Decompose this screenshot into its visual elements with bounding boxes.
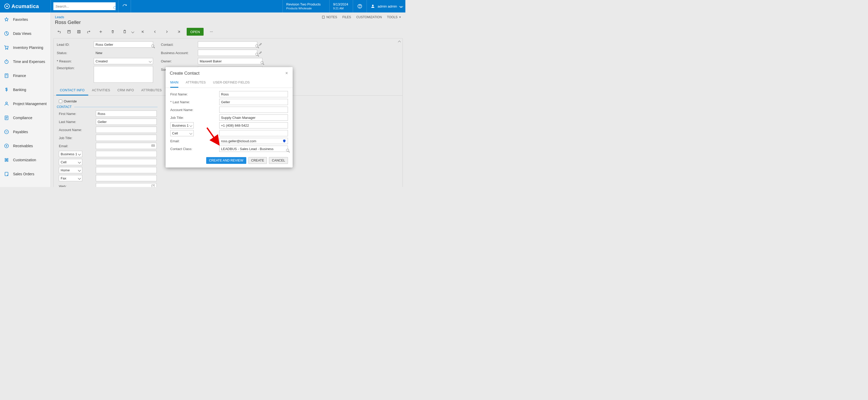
next-button[interactable]	[163, 28, 171, 36]
customization-link[interactable]: CUSTOMIZATION	[356, 15, 382, 19]
save-close-icon	[67, 30, 71, 34]
phone3-input[interactable]	[96, 167, 157, 173]
redo-icon	[87, 30, 91, 34]
sidebar-item-project[interactable]: Project Management	[0, 97, 51, 111]
business-account-input[interactable]	[198, 50, 257, 56]
breadcrumb[interactable]: Leads	[55, 15, 64, 19]
svg-point-10	[6, 102, 7, 104]
last-button[interactable]	[175, 28, 183, 36]
chevron-down-icon	[78, 176, 81, 179]
tab-crm-info[interactable]: CRM INFO	[114, 86, 137, 95]
edit-account-button[interactable]	[259, 51, 262, 55]
job-title-input[interactable]	[96, 135, 157, 141]
modal-phone2-type-select[interactable]: Cell	[170, 130, 194, 136]
cancel-button[interactable]: CANCEL	[269, 157, 288, 164]
search-input[interactable]	[53, 2, 116, 10]
phone1-input[interactable]	[96, 151, 157, 157]
phone2-input[interactable]	[96, 159, 157, 165]
back-button[interactable]	[55, 28, 63, 36]
lead-id-input[interactable]: Ross Geller	[94, 41, 153, 47]
tools-link[interactable]: TOOLS ▼	[387, 15, 401, 19]
prev-button[interactable]	[151, 28, 159, 36]
modal-phone1-type-select[interactable]: Business 1	[170, 122, 194, 129]
account-name-input[interactable]	[96, 127, 157, 133]
modal-job-title-input[interactable]: Supply Chain Manager	[219, 114, 288, 121]
sidebar-item-favorites[interactable]: Favorites	[0, 12, 51, 27]
contact-input[interactable]	[198, 41, 257, 47]
modal-close-button[interactable]	[285, 71, 288, 76]
reason-select[interactable]: Created	[94, 58, 153, 64]
save-close-button[interactable]	[65, 28, 73, 36]
first-name-input[interactable]: Ross	[96, 110, 157, 117]
notes-link[interactable]: NOTES	[321, 15, 337, 19]
web-input[interactable]	[96, 183, 157, 187]
tab-attributes[interactable]: ATTRIBUTES	[137, 86, 165, 95]
modal-tab-main[interactable]: MAIN	[170, 78, 178, 88]
sidebar-item-compliance[interactable]: Compliance	[0, 111, 51, 125]
sidebar-item-receivables[interactable]: Receivables	[0, 139, 51, 153]
phone1-type-select[interactable]: Business 1	[59, 151, 82, 157]
sidebar-item-finance[interactable]: Finance	[0, 69, 51, 83]
modal-tab-attributes[interactable]: ATTRIBUTES	[186, 78, 206, 88]
phone2-type-select[interactable]: Cell	[59, 159, 82, 165]
modal-email-input[interactable]: ross.geller@icloud.com	[219, 138, 288, 144]
tab-activities[interactable]: ACTIVITIES	[88, 86, 114, 95]
phone4-input[interactable]	[96, 175, 157, 181]
modal-last-name-input[interactable]: Geller	[219, 99, 288, 105]
delete-button[interactable]	[108, 28, 117, 36]
description-input[interactable]	[94, 66, 153, 83]
copy-button[interactable]	[121, 28, 129, 36]
modal-first-name-label: First Name:	[170, 92, 219, 96]
sidebar-item-customization[interactable]: Customization	[0, 153, 51, 167]
refresh-button[interactable]	[119, 0, 131, 12]
copy-dropdown[interactable]	[130, 28, 135, 36]
clipboard-icon	[123, 30, 127, 34]
email-input[interactable]	[96, 143, 157, 149]
help-button[interactable]	[353, 0, 367, 12]
datetime-display[interactable]: 9/13/2024 9:21 AM	[329, 0, 353, 12]
phone4-type-select[interactable]: Fax	[59, 175, 82, 181]
modal-account-name-input[interactable]	[219, 107, 288, 113]
first-button[interactable]	[139, 28, 147, 36]
modal-title: Create Contact	[170, 71, 199, 76]
create-and-review-button[interactable]: CREATE AND REVIEW	[206, 157, 246, 164]
svg-rect-17	[78, 30, 81, 33]
logo[interactable]: Acumatica	[0, 0, 51, 12]
last-name-input[interactable]: Geller	[96, 119, 157, 125]
modal-first-name-input[interactable]: Ross	[219, 91, 288, 97]
user-menu[interactable]: admin admin	[367, 0, 405, 12]
files-link[interactable]: FILES	[342, 15, 351, 19]
create-button[interactable]: CREATE	[248, 157, 267, 164]
sidebar-item-sales-orders[interactable]: Sales Orders	[0, 167, 51, 181]
edit-contact-button[interactable]	[259, 42, 262, 47]
modal-phone1-input[interactable]: +1 (408) 848-5422	[219, 122, 288, 129]
open-button[interactable]: OPEN	[187, 28, 204, 36]
shield-icon	[282, 139, 286, 143]
chevron-down-icon	[189, 124, 192, 127]
collapse-button[interactable]	[398, 40, 400, 44]
discard-button[interactable]	[85, 28, 93, 36]
stopwatch-icon	[4, 59, 9, 65]
sidebar-item-time[interactable]: Time and Expenses	[0, 55, 51, 69]
chevron-up-icon	[398, 40, 401, 43]
topbar: Acumatica Revision Two Products Products…	[0, 0, 405, 12]
override-checkbox[interactable]	[59, 100, 62, 103]
sidebar-item-banking[interactable]: Banking	[0, 83, 51, 97]
tenant-selector[interactable]: Revision Two Products Products Wholesale	[282, 0, 329, 12]
more-button[interactable]	[207, 28, 216, 36]
save-button[interactable]	[75, 28, 83, 36]
sidebar-item-data-views[interactable]: Data Views	[0, 27, 51, 40]
phone3-type-select[interactable]: Home	[59, 167, 82, 173]
modal-contact-class-label: Contact Class:	[170, 147, 219, 151]
sidebar-item-inventory[interactable]: Inventory Planning	[0, 40, 51, 55]
modal-phone2-input[interactable]	[219, 130, 288, 136]
tab-contact-info[interactable]: CONTACT INFO	[56, 86, 88, 95]
new-button[interactable]	[97, 28, 105, 36]
modal-tab-udf[interactable]: USER-DEFINED FIELDS	[213, 78, 250, 88]
owner-input[interactable]: Maxwell Baker	[198, 58, 262, 64]
sidebar-item-payables[interactable]: Payables	[0, 125, 51, 139]
svg-point-8	[5, 60, 8, 63]
description-label: Description:	[57, 66, 94, 70]
person-icon	[4, 101, 9, 107]
modal-contact-class-input[interactable]: LEADBUS - Sales Lead - Business	[219, 146, 288, 152]
